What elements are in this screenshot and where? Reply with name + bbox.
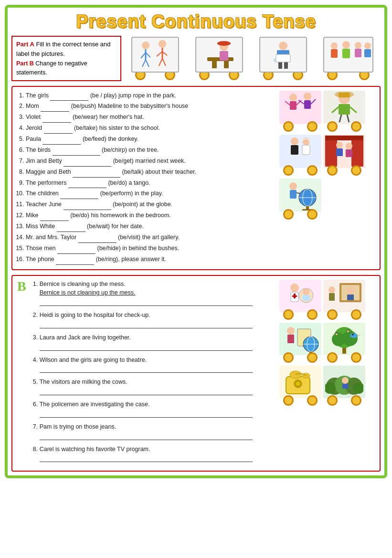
- wheel: [327, 121, 338, 132]
- cart-4: [323, 37, 373, 80]
- blank: [50, 94, 88, 101]
- blank: [41, 105, 69, 112]
- list-item: Carel is watching his favorite TV progra…: [40, 445, 276, 463]
- list-item: Pam is trying on those jeans.: [40, 422, 276, 440]
- part-a-header: Part A Fill in the correct tense and lab…: [16, 40, 117, 58]
- svg-point-90: [342, 331, 358, 346]
- svg-point-32: [289, 94, 297, 101]
- list-item: Wilson and the girls are going to theatr…: [40, 356, 276, 373]
- list-item: Jim and Betty (be/get) married next week…: [26, 156, 276, 167]
- answer-line-3: [40, 344, 253, 351]
- pb-right-row-2: [279, 323, 375, 363]
- blank: [53, 149, 100, 156]
- svg-point-91: [336, 333, 338, 335]
- part-a-label: Part A: [16, 41, 34, 48]
- svg-rect-43: [339, 104, 350, 115]
- pb-right-row-3: [279, 366, 375, 406]
- svg-rect-31: [364, 49, 371, 57]
- list-item: Those men (be/hide) in behind the bushes…: [26, 243, 276, 254]
- blank: [57, 225, 85, 232]
- svg-point-72: [303, 288, 309, 295]
- pb-cart-2: [323, 280, 365, 320]
- wheel: [351, 121, 361, 132]
- illus-doll: [323, 91, 365, 124]
- phone-svg: [281, 367, 319, 397]
- svg-point-80: [287, 327, 295, 335]
- right-row-2: [279, 135, 375, 176]
- wheel: [351, 309, 361, 320]
- teacher2-svg: [281, 324, 319, 354]
- sentence-3: Laura and Jack are living together.: [40, 334, 131, 341]
- svg-point-92: [347, 330, 349, 332]
- part-b-right-images: [279, 280, 375, 467]
- illus-teacher2: [279, 323, 321, 355]
- illus-woman-desk: [195, 37, 243, 73]
- list-item: Jerold (be/take) his sister to the schoo…: [26, 123, 276, 134]
- illus-nurse: [279, 280, 321, 312]
- svg-line-44: [332, 107, 339, 113]
- exercise-list: The girls (be / play) jump rope in the p…: [17, 91, 276, 265]
- svg-point-57: [346, 143, 352, 149]
- right-cart-4-wheels: [323, 165, 365, 176]
- svg-rect-77: [347, 295, 354, 300]
- wheel: [327, 352, 338, 363]
- part-a-section: The girls (be / play) jump rope in the p…: [11, 86, 381, 270]
- svg-rect-33: [290, 101, 297, 110]
- list-item: Mom (be/push) Madeline to the babysitter…: [26, 101, 276, 112]
- svg-rect-37: [304, 100, 311, 109]
- svg-rect-107: [342, 384, 348, 389]
- answer-line-5: [40, 389, 253, 395]
- svg-line-11: [162, 58, 166, 66]
- sentence-1: Bernice is cleaning up the mess.: [40, 281, 126, 287]
- svg-point-6: [159, 40, 166, 48]
- dancers-svg: [281, 92, 319, 123]
- right-cart-2-wheels: [323, 121, 365, 132]
- wheel: [327, 165, 338, 176]
- blank: [64, 203, 111, 210]
- wheel: [283, 352, 294, 363]
- right-row-1: [279, 91, 375, 132]
- svg-line-8: [157, 52, 162, 56]
- svg-point-55: [336, 142, 343, 148]
- cart-2: [195, 37, 243, 80]
- svg-rect-58: [346, 149, 352, 157]
- illus-theater: [323, 135, 365, 168]
- illus-phone: [279, 366, 321, 398]
- illus-kids-jump: [131, 37, 179, 73]
- exercise-items: The girls (be / play) jump rope in the p…: [17, 91, 276, 265]
- svg-rect-14: [220, 51, 228, 61]
- pb-cart-6-wheels: [323, 395, 365, 406]
- painting-svg: [325, 281, 363, 311]
- list-item: Mr. and Mrs. Taylor (be/visit) the art g…: [26, 232, 276, 243]
- svg-rect-70: [292, 295, 297, 297]
- nurse-svg: [281, 281, 319, 311]
- wheel: [307, 395, 318, 406]
- list-item: Violet (be/wear) her mother's hat.: [26, 112, 276, 123]
- answer-line-8: [40, 455, 253, 462]
- svg-rect-81: [287, 335, 294, 343]
- part-b-header: Part B Change to negative statements.: [16, 59, 117, 77]
- part-b-label: Part B: [16, 60, 34, 67]
- right-cart-4: [323, 135, 365, 176]
- wheel: [351, 395, 361, 406]
- pb-cart-1: [279, 280, 321, 320]
- svg-point-18: [279, 42, 287, 50]
- svg-line-34: [285, 101, 290, 105]
- pb-cart-3-wheels: [279, 352, 321, 363]
- pb-cart-3: [279, 323, 321, 363]
- svg-point-26: [342, 41, 350, 49]
- sentence-7: Pam is trying on those jeans.: [40, 423, 117, 430]
- svg-line-39: [311, 99, 316, 104]
- blank: [56, 258, 94, 265]
- blank: [42, 116, 71, 123]
- list-item: Laura and Jack are living together.: [40, 333, 276, 351]
- right-cart-1: [279, 91, 321, 132]
- svg-point-76: [347, 287, 354, 295]
- svg-point-95: [352, 334, 354, 336]
- sentence-6: The policemen are investigating the case…: [40, 401, 150, 408]
- svg-point-0: [142, 42, 149, 49]
- wheel: [283, 395, 294, 406]
- top-section: Part A Fill in the correct tense and lab…: [11, 36, 381, 81]
- top-images: [124, 36, 381, 81]
- right-cart-3: [279, 135, 321, 176]
